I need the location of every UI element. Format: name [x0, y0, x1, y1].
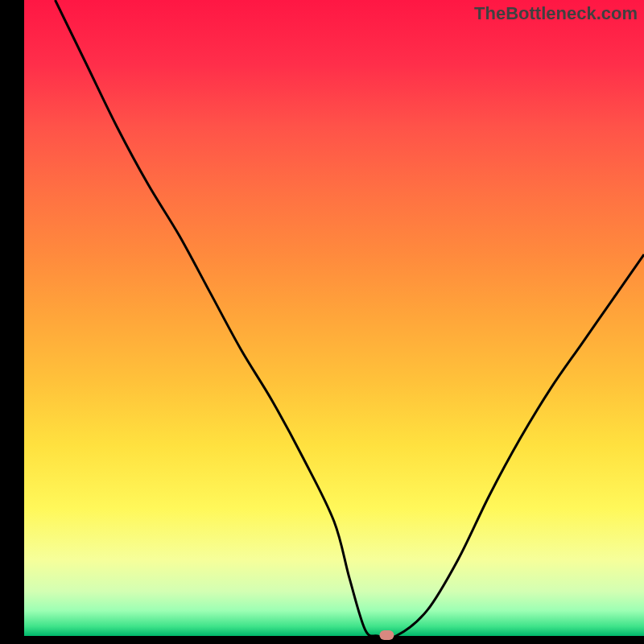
chart-svg — [0, 0, 644, 644]
optimum-marker — [379, 630, 394, 640]
plot-background — [24, 0, 644, 636]
bottleneck-chart: TheBottleneck.com — [0, 0, 644, 644]
watermark-text: TheBottleneck.com — [474, 3, 638, 24]
